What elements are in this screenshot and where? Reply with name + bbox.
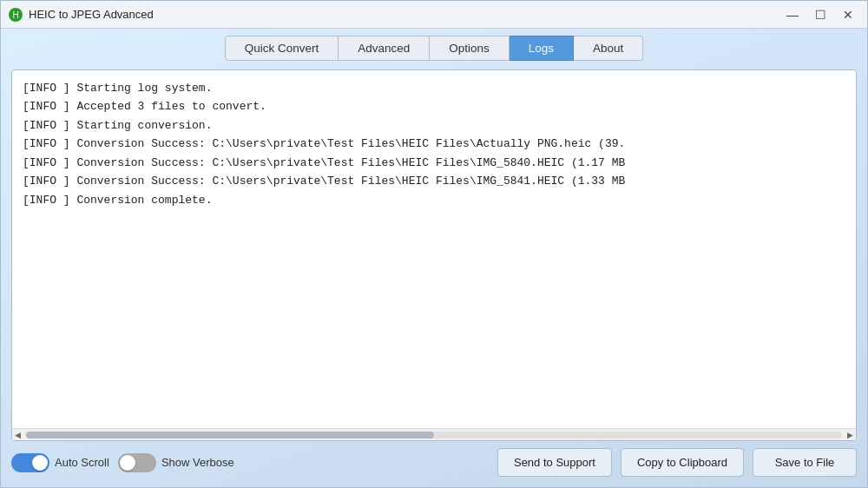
auto-scroll-thumb <box>32 455 48 471</box>
list-item: [INFO ] Starting log system. <box>23 79 845 97</box>
title-bar-left: H HEIC to JPEG Advanced <box>8 7 154 23</box>
maximize-button[interactable]: ☐ <box>808 6 832 23</box>
window-title: HEIC to JPEG Advanced <box>29 8 154 21</box>
scroll-right-icon[interactable]: ▶ <box>847 431 853 439</box>
scroll-left-icon[interactable]: ◀ <box>15 431 21 439</box>
bottom-bar: Auto Scroll Show Verbose Send to Support… <box>11 448 857 477</box>
scrollbar-thumb[interactable] <box>26 432 434 439</box>
tab-about[interactable]: About <box>574 36 643 61</box>
svg-text:H: H <box>12 10 18 20</box>
title-bar-controls: — ☐ ✕ <box>780 6 860 23</box>
list-item: [INFO ] Conversion Success: C:\Users\pri… <box>23 135 845 153</box>
log-container: [INFO ] Starting log system. [INFO ] Acc… <box>11 69 857 441</box>
list-item: [INFO ] Conversion Success: C:\Users\pri… <box>23 172 845 190</box>
title-bar: H HEIC to JPEG Advanced — ☐ ✕ <box>1 1 867 29</box>
auto-scroll-toggle[interactable] <box>11 453 49 472</box>
tab-advanced[interactable]: Advanced <box>339 36 430 61</box>
content-area: Quick Convert Advanced Options Logs Abou… <box>1 29 867 487</box>
tab-quick-convert[interactable]: Quick Convert <box>225 36 339 61</box>
scrollbar-track[interactable] <box>26 432 842 439</box>
close-button[interactable]: ✕ <box>836 6 860 23</box>
show-verbose-label: Show Verbose <box>161 456 234 469</box>
minimize-button[interactable]: — <box>780 6 805 23</box>
list-item: [INFO ] Starting conversion. <box>23 116 845 135</box>
auto-scroll-toggle-wrapper: Auto Scroll <box>11 453 109 472</box>
list-item: [INFO ] Conversion Success: C:\Users\pri… <box>23 154 845 172</box>
main-window: H HEIC to JPEG Advanced — ☐ ✕ Quick Conv… <box>0 0 868 488</box>
send-to-support-button[interactable]: Send to Support <box>497 448 612 477</box>
tab-logs[interactable]: Logs <box>510 36 574 61</box>
list-item: [INFO ] Accepted 3 files to convert. <box>23 97 845 115</box>
log-content: [INFO ] Starting log system. [INFO ] Acc… <box>12 70 856 428</box>
copy-to-clipboard-button[interactable]: Copy to Clipboard <box>621 448 744 477</box>
tab-bar: Quick Convert Advanced Options Logs Abou… <box>11 36 857 61</box>
tab-options[interactable]: Options <box>430 36 510 61</box>
horizontal-scrollbar[interactable]: ◀ ▶ <box>12 428 856 440</box>
auto-scroll-label: Auto Scroll <box>55 456 109 469</box>
list-item: [INFO ] Conversion complete. <box>23 191 845 209</box>
show-verbose-toggle-wrapper: Show Verbose <box>118 453 234 472</box>
app-icon: H <box>8 7 23 23</box>
show-verbose-toggle[interactable] <box>118 453 156 472</box>
show-verbose-thumb <box>120 455 135 471</box>
save-to-file-button[interactable]: Save to File <box>753 448 857 477</box>
